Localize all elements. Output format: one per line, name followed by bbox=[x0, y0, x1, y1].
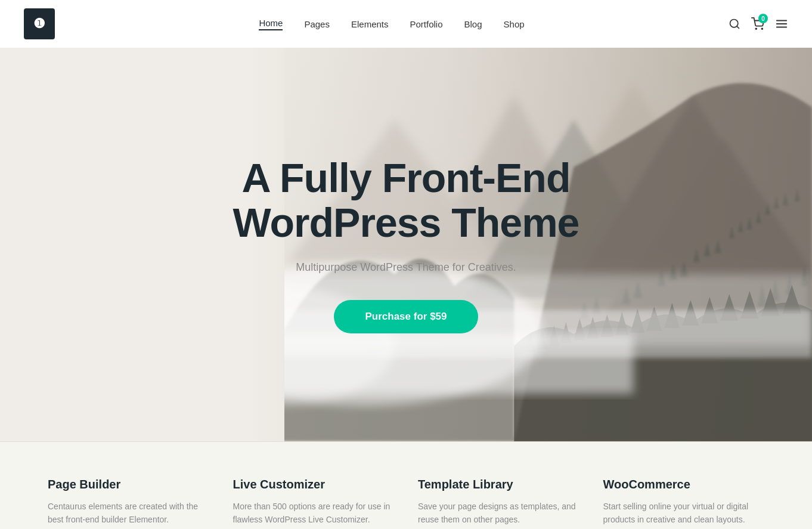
feature-woocommerce-title: WooCommerce bbox=[603, 478, 765, 491]
feature-template-library-title: Template Library bbox=[418, 478, 579, 491]
feature-page-builder: Page Builder Centaurus elements are crea… bbox=[48, 478, 209, 527]
feature-live-customizer: Live Customizer More than 500 options ar… bbox=[233, 478, 395, 527]
feature-template-library-desc: Save your page designs as templates, and… bbox=[418, 500, 579, 527]
hero-content: A Fully Front-End WordPress Theme Multip… bbox=[221, 156, 591, 334]
nav-blog[interactable]: Blog bbox=[464, 19, 482, 29]
search-button[interactable] bbox=[729, 18, 740, 30]
logo[interactable]: ❶ bbox=[24, 8, 55, 39]
nav-portfolio[interactable]: Portfolio bbox=[410, 19, 442, 29]
svg-point-2 bbox=[755, 28, 757, 29]
hero-section: A Fully Front-End WordPress Theme Multip… bbox=[0, 48, 812, 441]
feature-page-builder-title: Page Builder bbox=[48, 478, 209, 491]
feature-live-customizer-desc: More than 500 options are ready for use … bbox=[233, 500, 395, 527]
hero-title: A Fully Front-End WordPress Theme bbox=[233, 156, 579, 245]
cart-badge: 0 bbox=[758, 14, 768, 23]
hero-subtitle: Multipurpose WordPress Theme for Creativ… bbox=[233, 261, 579, 274]
header: ❶ Home Pages Elements Portfolio Blog Sho… bbox=[0, 0, 812, 48]
feature-woocommerce: WooCommerce Start selling online your vi… bbox=[603, 478, 765, 527]
nav-home[interactable]: Home bbox=[259, 18, 283, 30]
svg-point-3 bbox=[761, 28, 763, 29]
main-nav: Home Pages Elements Portfolio Blog Shop bbox=[259, 18, 524, 30]
nav-pages[interactable]: Pages bbox=[304, 19, 330, 29]
nav-elements[interactable]: Elements bbox=[351, 19, 389, 29]
feature-woocommerce-desc: Start selling online your virtual or dig… bbox=[603, 500, 765, 527]
cart-wrapper: 0 bbox=[751, 17, 764, 30]
feature-template-library: Template Library Save your page designs … bbox=[418, 478, 579, 527]
search-icon bbox=[729, 18, 740, 30]
svg-line-1 bbox=[737, 26, 739, 29]
features-section: Page Builder Centaurus elements are crea… bbox=[0, 441, 812, 529]
hamburger-icon bbox=[775, 17, 788, 30]
hamburger-button[interactable] bbox=[775, 17, 788, 30]
nav-icons: 0 bbox=[729, 17, 788, 30]
purchase-button[interactable]: Purchase for $59 bbox=[334, 300, 478, 333]
feature-page-builder-desc: Centaurus elements are created with the … bbox=[48, 500, 209, 527]
nav-shop[interactable]: Shop bbox=[504, 19, 525, 29]
feature-live-customizer-title: Live Customizer bbox=[233, 478, 395, 491]
logo-icon: ❶ bbox=[33, 17, 45, 30]
